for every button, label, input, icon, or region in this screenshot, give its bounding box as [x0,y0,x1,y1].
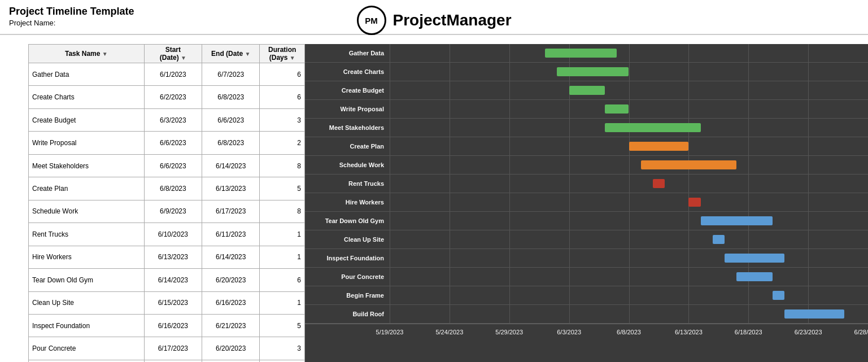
gantt-bar-area [390,137,868,155]
task-name-cell: Create Budget [29,108,145,131]
table-row: Schedule Work 6/9/2023 6/17/2023 8 [29,200,305,223]
duration-cell: 6 [260,86,305,108]
duration-cell: 1 [260,360,305,362]
gantt-bar-area [390,44,868,62]
x-axis-label: 5/24/2023 [435,329,463,335]
task-name-cell: Inspect Foundation [29,314,145,337]
gantt-bar [688,198,700,207]
start-date-cell: 6/16/2023 [144,314,202,337]
gantt-bar [701,216,773,225]
start-date-cell: 6/3/2023 [144,108,202,131]
x-axis-label: 6/13/2023 [675,329,703,335]
table-row: Gather Data 6/1/2023 6/7/2023 6 [29,63,305,86]
gantt-row-label: Hire Workers [305,199,390,206]
gantt-row: Build Roof [305,305,868,324]
gantt-row-label: Create Plan [305,143,390,150]
end-date-cell: 6/7/2023 [202,63,260,86]
task-name-cell: Rent Trucks [29,223,145,246]
end-date-cell: 6/13/2023 [202,177,260,200]
duration-cell: 5 [260,314,305,337]
gantt-row-label: Clean Up Site [305,236,390,243]
end-date-cell: 6/14/2023 [202,246,260,268]
logo-area: PM ProjectManager [356,6,511,35]
col-duration: Duration(Days ▼ [260,45,305,63]
table-row: Begin Frame 6/20/2023 6/21/2023 1 [29,360,305,362]
table-row: Write Proposal 6/6/2023 6/8/2023 2 [29,132,305,154]
end-date-cell: 6/17/2023 [202,200,260,223]
end-date-cell: 6/8/2023 [202,86,260,108]
duration-cell: 1 [260,223,305,246]
gantt-bar [545,49,617,58]
x-axis-label: 5/29/2023 [495,329,523,335]
task-name-cell: Schedule Work [29,200,145,223]
start-date-cell: 6/13/2023 [144,246,202,268]
col-task-name: Task Name ▼ [29,45,145,63]
start-date-cell: 6/17/2023 [144,337,202,360]
col-start: Start(Date) ▼ [144,45,202,63]
gantt-bar [713,235,725,244]
duration-cell: 1 [260,246,305,268]
table-row: Clean Up Site 6/15/2023 6/16/2023 1 [29,291,305,314]
duration-cell: 3 [260,337,305,360]
x-axis-label: 6/23/2023 [795,329,822,335]
end-date-cell: 6/21/2023 [202,360,260,362]
table-row: Create Plan 6/8/2023 6/13/2023 5 [29,177,305,200]
gantt-row: Create Charts [305,63,868,81]
gantt-row-label: Rent Trucks [305,180,390,187]
duration-cell: 2 [260,132,305,154]
gantt-bar-area [390,63,868,81]
col-end: End (Date ▼ [202,45,260,63]
x-axis-label: 6/8/2023 [617,329,641,335]
task-table: Task Name ▼ Start(Date) ▼ End (Date ▼ Du… [28,44,305,362]
duration-cell: 8 [260,154,305,177]
end-date-cell: 6/6/2023 [202,108,260,131]
gantt-row: Schedule Work [305,156,868,175]
gantt-bar-area [390,249,868,267]
start-date-cell: 6/2/2023 [144,86,202,108]
gantt-row: Begin Frame [305,286,868,305]
gantt-row: Create Budget [305,81,868,100]
gantt-row: Tear Down Old Gym [305,212,868,230]
task-name-cell: Tear Down Old Gym [29,269,145,291]
end-date-cell: 6/20/2023 [202,337,260,360]
x-axis-label: 5/19/2023 [376,329,404,335]
gantt-row-label: Tear Down Old Gym [305,217,390,224]
end-date-cell: 6/20/2023 [202,269,260,291]
gantt-row: Clean Up Site [305,230,868,249]
gantt-row: Create Plan [305,137,868,156]
start-date-cell: 6/20/2023 [144,360,202,362]
gantt-bar-area [390,305,868,323]
gantt-row: Inspect Foundation [305,249,868,268]
duration-cell: 6 [260,63,305,86]
gantt-x-axis: 5/19/20235/24/20235/29/20236/3/20236/8/2… [305,324,868,339]
gantt-bar [641,160,736,169]
gantt-x-labels: 5/19/20235/24/20235/29/20236/3/20236/8/2… [390,324,868,340]
x-axis-label: 6/3/2023 [557,329,581,335]
table-row: Create Budget 6/3/2023 6/6/2023 3 [29,108,305,131]
table-row: Rent Trucks 6/10/2023 6/11/2023 1 [29,223,305,246]
task-name-cell: Pour Concrete [29,337,145,360]
gantt-row-label: Begin Frame [305,292,390,299]
end-date-cell: 6/11/2023 [202,223,260,246]
task-name-cell: Hire Workers [29,246,145,268]
gantt-row-label: Build Roof [305,311,390,317]
start-date-cell: 6/9/2023 [144,200,202,223]
gantt-row: Meet Stakeholders [305,119,868,137]
gantt-bar-area [390,212,868,230]
gantt-bar-area [390,119,868,137]
table-row: Tear Down Old Gym 6/14/2023 6/20/2023 6 [29,269,305,291]
gantt-row-label: Write Proposal [305,106,390,112]
start-date-cell: 6/14/2023 [144,269,202,291]
task-name-cell: Meet Stakeholders [29,154,145,177]
task-name-cell: Clean Up Site [29,291,145,314]
gantt-row-label: Pour Concrete [305,273,390,280]
duration-cell: 3 [260,108,305,131]
gantt-row-label: Schedule Work [305,162,390,168]
table-row: Pour Concrete 6/17/2023 6/20/2023 3 [29,337,305,360]
gantt-bar-area [390,286,868,304]
duration-cell: 8 [260,200,305,223]
gantt-row-label: Create Charts [305,68,390,75]
table-row: Create Charts 6/2/2023 6/8/2023 6 [29,86,305,108]
gantt-row: Gather Data [305,44,868,63]
gantt-bar [784,309,844,319]
